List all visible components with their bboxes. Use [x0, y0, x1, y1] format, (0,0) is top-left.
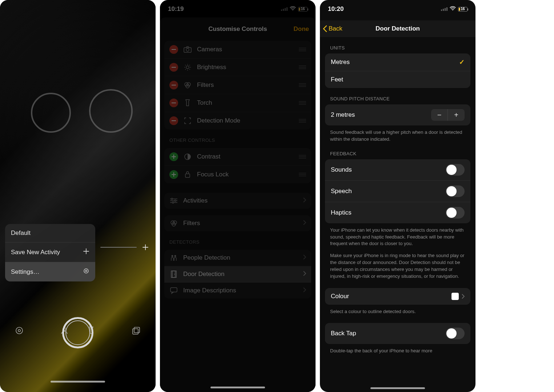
filters-icon [183, 81, 192, 89]
zoom-slider[interactable] [100, 247, 137, 248]
status-time: 10:20 [328, 5, 344, 13]
chevron-left-icon [323, 25, 327, 32]
customise-controls-screen: 10:19 16 Customise Controls Done Cameras [160, 0, 316, 392]
other-controls-group: Contrast Focus Lock [164, 148, 311, 183]
row-label: Door Detection [183, 271, 224, 278]
control-row-brightness[interactable]: Brightness [164, 59, 311, 76]
svg-point-3 [18, 329, 20, 332]
stepper-minus-button[interactable]: − [431, 109, 448, 121]
control-row-contrast[interactable]: Contrast [164, 148, 311, 166]
reorder-handle-icon[interactable] [299, 153, 306, 160]
remove-icon[interactable] [169, 45, 178, 54]
back-button[interactable]: Back [323, 25, 342, 32]
svg-rect-18 [172, 120, 176, 121]
control-row-filters[interactable]: Filters [164, 76, 311, 94]
menu-item-save-activity[interactable]: Save New Activity [5, 243, 95, 262]
reorder-handle-icon[interactable] [299, 81, 306, 89]
brightness-icon [183, 64, 192, 71]
plus-icon [83, 248, 89, 256]
backtap-switch[interactable] [446, 328, 465, 339]
contrast-icon [183, 153, 192, 160]
speech-switch[interactable] [446, 185, 465, 197]
remove-icon[interactable] [169, 99, 178, 107]
row-label: Filters [183, 220, 200, 227]
wifi-icon [450, 5, 456, 13]
svg-point-33 [453, 10, 453, 11]
row-label: Focus Lock [197, 171, 229, 178]
row-label: Speech [331, 188, 352, 195]
feedback-speech-row[interactable]: Speech [325, 181, 470, 202]
home-indicator[interactable] [210, 387, 265, 388]
remove-icon[interactable] [169, 63, 178, 72]
svg-rect-17 [172, 103, 176, 103]
row-label: Feet [331, 76, 343, 83]
row-label: People Detection [183, 254, 230, 261]
units-metres-row[interactable]: Metres ✓ [325, 53, 470, 71]
menu-item-default[interactable]: Default [5, 224, 95, 243]
activities-row[interactable]: Activities [164, 193, 311, 209]
battery-indicator: 16 [298, 7, 308, 12]
control-row-detection-mode[interactable]: Detection Mode [164, 112, 311, 129]
cellular-icon [441, 7, 447, 11]
zoom-plus-icon[interactable] [142, 244, 149, 251]
feedback-sounds-row[interactable]: Sounds [325, 159, 470, 181]
feedback-haptics-row[interactable]: Haptics [325, 202, 470, 223]
reorder-handle-icon[interactable] [299, 117, 306, 124]
svg-point-23 [172, 202, 174, 203]
chevron-right-icon [303, 254, 306, 261]
remove-icon[interactable] [169, 116, 178, 125]
svg-point-1 [85, 270, 87, 272]
multi-photo-button[interactable] [127, 321, 145, 340]
done-button[interactable]: Done [294, 25, 309, 33]
control-row-torch[interactable]: Torch [164, 94, 311, 112]
pitch-header: SOUND PITCH DISTANCE [330, 96, 465, 101]
menu-item-settings[interactable]: Settings… [5, 262, 95, 281]
filters-row[interactable]: Filters [164, 215, 311, 231]
backtap-row[interactable]: Back Tap [325, 323, 470, 344]
reorder-handle-icon[interactable] [299, 99, 306, 107]
chevron-right-icon [303, 220, 306, 227]
svg-rect-20 [185, 174, 190, 177]
add-icon[interactable] [169, 152, 178, 161]
magnifier-camera-screen: Default Save New Activity Settings… [0, 0, 156, 392]
remove-icon[interactable] [169, 81, 178, 89]
home-indicator[interactable] [51, 381, 105, 383]
row-label: Sounds [331, 166, 352, 173]
reorder-handle-icon[interactable] [299, 46, 306, 53]
detection-mode-icon [183, 117, 192, 124]
control-row-focus-lock[interactable]: Focus Lock [164, 166, 311, 183]
detector-row-image-descriptions[interactable]: Image Descriptions [164, 283, 311, 299]
activities-gear-button[interactable] [10, 321, 28, 340]
units-feet-row[interactable]: Feet [325, 71, 470, 88]
reorder-handle-icon[interactable] [299, 171, 306, 178]
status-bar: 10:19 16 [160, 4, 316, 15]
detectors-group: People Detection Door Detection Image De… [164, 250, 311, 299]
gear-icon [83, 268, 89, 276]
control-row-cameras[interactable]: Cameras [164, 41, 311, 59]
svg-rect-13 [172, 85, 176, 85]
backtap-group: Back Tap [325, 323, 470, 344]
shutter-button[interactable] [62, 317, 93, 348]
row-label: Back Tap [331, 330, 356, 337]
colour-group: Colour [325, 288, 470, 305]
detector-row-people[interactable]: People Detection [164, 250, 311, 266]
status-bar: 10:20 16 [320, 4, 475, 15]
people-icon [169, 255, 178, 261]
battery-indicator: 16 [458, 7, 467, 12]
colour-row[interactable]: Colour [325, 288, 470, 305]
haptics-switch[interactable] [446, 207, 465, 219]
row-label: Filters [197, 81, 214, 89]
sounds-switch[interactable] [446, 164, 465, 176]
sliders-icon [169, 198, 178, 204]
svg-point-0 [84, 269, 88, 273]
stepper-plus-button[interactable]: + [448, 109, 465, 121]
add-icon[interactable] [169, 170, 178, 179]
feedback-note-1: Your iPhone can let you know when it det… [330, 227, 465, 248]
detector-row-door[interactable]: Door Detection [164, 266, 311, 283]
svg-rect-5 [134, 327, 140, 333]
home-indicator[interactable] [370, 387, 425, 389]
zoom-slider-row [100, 244, 149, 251]
activities-link-group: Activities [164, 193, 311, 209]
row-label: Torch [197, 99, 212, 107]
reorder-handle-icon[interactable] [299, 64, 306, 71]
